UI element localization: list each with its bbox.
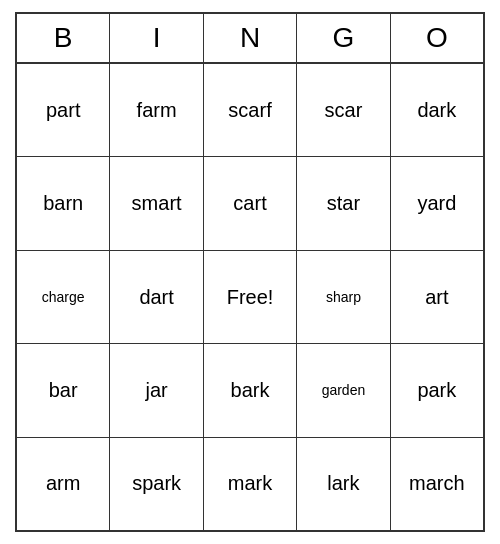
bingo-card: BINGO partfarmscarfscardarkbarnsmartcart…	[15, 12, 485, 532]
bingo-cell-1-4: yard	[391, 157, 483, 249]
bingo-cell-0-3: scar	[297, 64, 390, 156]
bingo-cell-4-0: arm	[17, 438, 110, 530]
bingo-cell-3-4: park	[391, 344, 483, 436]
header-cell-b: B	[17, 14, 110, 62]
bingo-cell-0-4: dark	[391, 64, 483, 156]
bingo-cell-0-0: part	[17, 64, 110, 156]
bingo-cell-4-3: lark	[297, 438, 390, 530]
bingo-cell-0-1: farm	[110, 64, 203, 156]
bingo-cell-3-0: bar	[17, 344, 110, 436]
header-cell-g: G	[297, 14, 390, 62]
bingo-cell-1-3: star	[297, 157, 390, 249]
header-cell-o: O	[391, 14, 483, 62]
bingo-header: BINGO	[17, 14, 483, 64]
bingo-row-0: partfarmscarfscardark	[17, 64, 483, 157]
bingo-body: partfarmscarfscardarkbarnsmartcartstarya…	[17, 64, 483, 530]
bingo-cell-1-1: smart	[110, 157, 203, 249]
bingo-row-2: chargedartFree!sharpart	[17, 251, 483, 344]
bingo-cell-0-2: scarf	[204, 64, 297, 156]
bingo-cell-3-1: jar	[110, 344, 203, 436]
bingo-cell-2-4: art	[391, 251, 483, 343]
bingo-cell-4-4: march	[391, 438, 483, 530]
bingo-cell-4-1: spark	[110, 438, 203, 530]
bingo-cell-3-2: bark	[204, 344, 297, 436]
header-cell-n: N	[204, 14, 297, 62]
bingo-cell-2-1: dart	[110, 251, 203, 343]
bingo-row-3: barjarbarkgardenpark	[17, 344, 483, 437]
bingo-row-1: barnsmartcartstaryard	[17, 157, 483, 250]
bingo-cell-2-0: charge	[17, 251, 110, 343]
bingo-row-4: armsparkmarklarkmarch	[17, 438, 483, 530]
bingo-cell-2-3: sharp	[297, 251, 390, 343]
bingo-cell-4-2: mark	[204, 438, 297, 530]
header-cell-i: I	[110, 14, 203, 62]
bingo-cell-1-2: cart	[204, 157, 297, 249]
bingo-cell-2-2: Free!	[204, 251, 297, 343]
bingo-cell-3-3: garden	[297, 344, 390, 436]
bingo-cell-1-0: barn	[17, 157, 110, 249]
